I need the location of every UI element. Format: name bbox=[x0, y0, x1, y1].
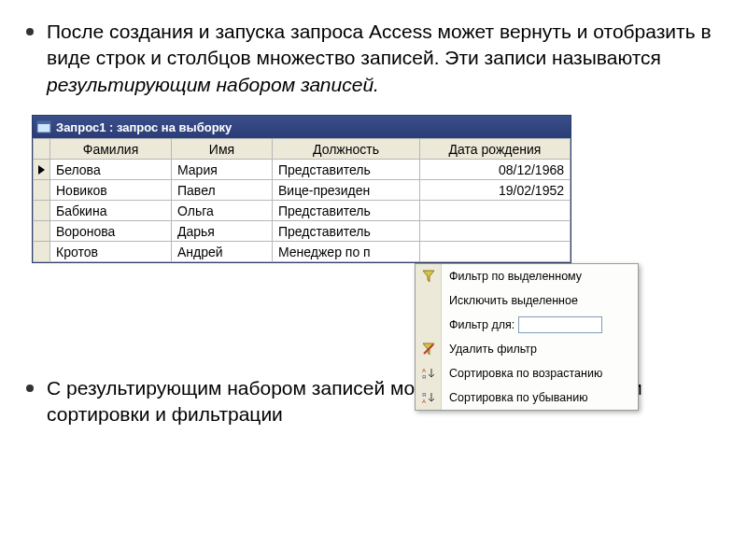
cell-name[interactable]: Павел bbox=[172, 180, 273, 201]
menu-label: Сортировка по возрастанию bbox=[442, 367, 638, 380]
menu-item-exclude-selected[interactable]: Исключить выделенное bbox=[416, 288, 638, 313]
cell-position[interactable]: Вице-президен bbox=[273, 180, 420, 201]
bullet-top-text: После создания и запуска запроса Access … bbox=[47, 19, 721, 98]
sort-asc-icon: АЯ bbox=[422, 367, 435, 380]
col-header-position[interactable]: Должность bbox=[273, 139, 420, 160]
bullet-dot-icon bbox=[26, 385, 34, 392]
svg-text:А: А bbox=[422, 399, 426, 404]
filter-for-input[interactable] bbox=[518, 316, 602, 333]
cell-birthdate[interactable] bbox=[420, 221, 571, 242]
row-selector[interactable] bbox=[34, 180, 50, 201]
menu-item-filter-selected[interactable]: Фильтр по выделенному bbox=[416, 264, 638, 288]
row-selector[interactable] bbox=[34, 221, 50, 242]
table-row[interactable]: Кротов Андрей Менеджер по п bbox=[34, 242, 571, 262]
cell-position[interactable]: Представитель bbox=[273, 201, 420, 221]
menu-item-sort-desc[interactable]: ЯА Сортировка по убыванию bbox=[416, 385, 638, 410]
svg-text:Я: Я bbox=[422, 392, 426, 398]
bullet-dot-icon bbox=[26, 28, 34, 35]
menu-label: Фильтр для: bbox=[442, 318, 514, 331]
cell-surname[interactable]: Кротов bbox=[50, 242, 172, 262]
funnel-remove-icon bbox=[422, 343, 435, 356]
table-row[interactable]: Новиков Павел Вице-президен 19/02/1952 bbox=[34, 180, 571, 201]
query-datasheet-window: Запрос1 : запрос на выборку Фамилия Имя … bbox=[32, 115, 571, 263]
result-datasheet[interactable]: Фамилия Имя Должность Дата рождения Бело… bbox=[33, 138, 571, 262]
cell-position[interactable]: Представитель bbox=[273, 160, 420, 180]
menu-label: Фильтр по выделенному bbox=[442, 270, 638, 283]
window-title: Запрос1 : запрос на выборку bbox=[56, 120, 232, 134]
cell-name[interactable]: Андрей bbox=[172, 242, 273, 262]
bullet-top-italic: результирующим набором записей. bbox=[47, 74, 379, 95]
cell-birthdate[interactable]: 08/12/1968 bbox=[420, 160, 571, 180]
query-window-icon bbox=[36, 119, 51, 134]
cell-birthdate[interactable] bbox=[420, 201, 571, 221]
row-selector[interactable] bbox=[34, 201, 50, 221]
cell-position[interactable]: Представитель bbox=[273, 221, 420, 242]
menu-item-remove-filter[interactable]: Удалить фильтр bbox=[416, 337, 638, 361]
bullet-top: После создания и запуска запроса Access … bbox=[26, 19, 721, 98]
menu-label: Исключить выделенное bbox=[442, 294, 638, 307]
cell-position[interactable]: Менеджер по п bbox=[273, 242, 420, 262]
row-selector-header[interactable] bbox=[34, 139, 50, 160]
menu-item-filter-for[interactable]: Фильтр для: bbox=[416, 313, 638, 337]
cell-name[interactable]: Мария bbox=[172, 160, 273, 180]
col-header-birthdate[interactable]: Дата рождения bbox=[420, 139, 571, 160]
cell-name[interactable]: Ольга bbox=[172, 201, 273, 221]
cell-surname[interactable]: Белова bbox=[50, 160, 172, 180]
sort-desc-icon: ЯА bbox=[422, 391, 435, 404]
col-header-surname[interactable]: Фамилия bbox=[50, 139, 172, 160]
bullet-top-pre: После создания и запуска запроса Access … bbox=[47, 21, 712, 68]
svg-text:А: А bbox=[422, 368, 426, 373]
table-row[interactable]: Воронова Дарья Представитель bbox=[34, 221, 571, 242]
cell-surname[interactable]: Бабкина bbox=[50, 201, 172, 221]
funnel-filter-icon bbox=[422, 270, 435, 283]
col-header-name[interactable]: Имя bbox=[172, 139, 273, 160]
cell-surname[interactable]: Воронова bbox=[50, 221, 172, 242]
menu-item-sort-asc[interactable]: АЯ Сортировка по возрастанию bbox=[416, 361, 638, 385]
svg-text:Я: Я bbox=[422, 374, 426, 380]
table-row[interactable]: Бабкина Ольга Представитель bbox=[34, 201, 571, 221]
current-row-icon bbox=[38, 165, 45, 175]
svg-rect-1 bbox=[37, 121, 50, 124]
header-row: Фамилия Имя Должность Дата рождения bbox=[34, 139, 571, 160]
cell-birthdate[interactable] bbox=[420, 242, 571, 262]
row-selector[interactable] bbox=[34, 242, 50, 262]
table-row[interactable]: Белова Мария Представитель 08/12/1968 bbox=[34, 160, 571, 180]
row-selector[interactable] bbox=[34, 160, 50, 180]
menu-label: Сортировка по убыванию bbox=[442, 391, 638, 404]
cell-surname[interactable]: Новиков bbox=[50, 180, 172, 201]
window-titlebar[interactable]: Запрос1 : запрос на выборку bbox=[33, 116, 571, 138]
menu-label: Удалить фильтр bbox=[442, 343, 638, 356]
context-menu: Фильтр по выделенному Исключить выделенн… bbox=[415, 263, 639, 411]
cell-birthdate[interactable]: 19/02/1952 bbox=[420, 180, 571, 201]
cell-name[interactable]: Дарья bbox=[172, 221, 273, 242]
svg-marker-2 bbox=[423, 271, 434, 282]
